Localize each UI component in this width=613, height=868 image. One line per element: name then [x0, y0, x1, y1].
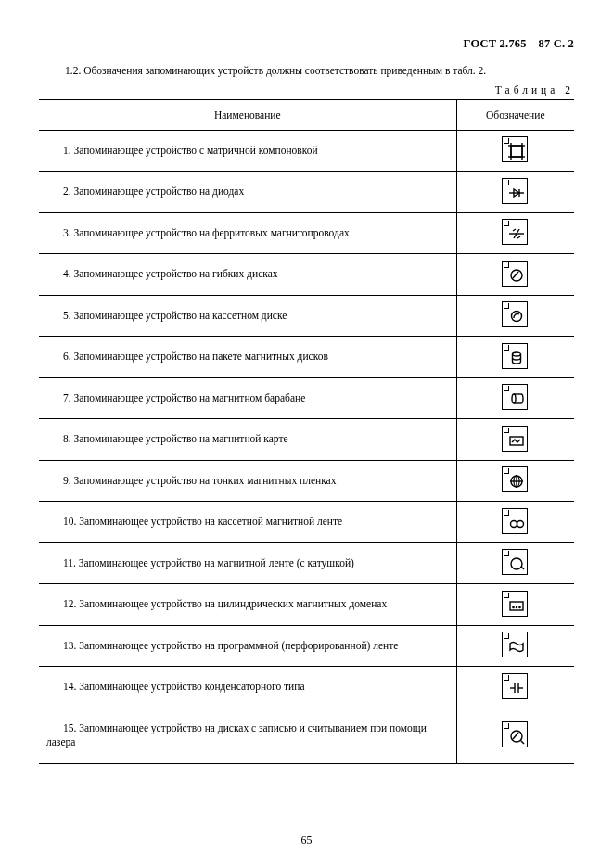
ferrite-icon: [502, 219, 530, 247]
row-name: 2. Запоминающее устройство на диодах: [39, 172, 456, 213]
row-name: 3. Запоминающее устройство на ферритовых…: [39, 212, 456, 254]
capacitor-icon: [502, 673, 530, 701]
row-symbol: [456, 460, 574, 502]
cassette-disk-icon: [502, 301, 530, 329]
laser-disk-icon: [502, 721, 530, 749]
mag-card-icon: [502, 426, 530, 453]
row-name: 12. Запоминающее устройство на цилиндрич…: [39, 584, 456, 626]
row-symbol: [456, 254, 574, 296]
table-row: 2. Запоминающее устройство на диодах: [39, 172, 574, 213]
table-row: 11. Запоминающее устройство на магнитной…: [39, 542, 574, 584]
row-name: 15. Запоминающее устройство на дисках с …: [39, 708, 456, 763]
row-symbol: [456, 419, 574, 461]
diode-icon: [502, 178, 530, 206]
doc-header: ГОСТ 2.765—87 С. 2: [39, 37, 574, 51]
row-symbol: [456, 667, 574, 708]
table-row: 7. Запоминающее устройство на магнитном …: [39, 377, 574, 419]
table-row: 10. Запоминающее устройство на кассетной…: [39, 502, 574, 543]
table-caption: Таблица 2: [39, 84, 574, 96]
row-symbol: [456, 542, 574, 584]
row-symbol: [456, 584, 574, 626]
row-name: 7. Запоминающее устройство на магнитном …: [39, 377, 456, 419]
row-name: 6. Запоминающее устройство на пакете маг…: [39, 337, 456, 378]
section-intro: 1.2. Обозначения запоминающих устройств …: [39, 64, 574, 79]
bubble-icon: [502, 591, 530, 619]
row-name: 10. Запоминающее устройство на кассетной…: [39, 502, 456, 543]
table-row: 12. Запоминающее устройство на цилиндрич…: [39, 584, 574, 626]
table-row: 15. Запоминающее устройство на дисках с …: [39, 708, 574, 763]
row-symbol: [456, 625, 574, 667]
table-row: 14. Запоминающее устройство конденсаторн…: [39, 667, 574, 708]
matrix-icon: [502, 136, 530, 164]
table-row: 9. Запоминающее устройство на тонких маг…: [39, 460, 574, 502]
table-row: 8. Запоминающее устройство на магнитной …: [39, 419, 574, 461]
reel-icon: [502, 549, 530, 577]
disk-pack-icon: [502, 343, 530, 371]
table-row: 1. Запоминающее устройство с матричной к…: [39, 130, 574, 172]
floppy-icon: [502, 261, 530, 288]
row-name: 5. Запоминающее устройство на кассетном …: [39, 295, 456, 337]
table-row: 3. Запоминающее устройство на ферритовых…: [39, 212, 574, 254]
row-symbol: [456, 502, 574, 543]
row-symbol: [456, 337, 574, 378]
row-symbol: [456, 130, 574, 172]
table-row: 5. Запоминающее устройство на кассетном …: [39, 295, 574, 337]
row-name: 9. Запоминающее устройство на тонких маг…: [39, 460, 456, 502]
drum-icon: [502, 384, 530, 412]
row-symbol: [456, 377, 574, 419]
row-symbol: [456, 295, 574, 337]
row-symbol: [456, 708, 574, 763]
col-name: Наименование: [39, 99, 456, 130]
table-row: 6. Запоминающее устройство на пакете маг…: [39, 337, 574, 378]
table-row: 13. Запоминающее устройство на программн…: [39, 625, 574, 667]
thin-film-icon: [502, 466, 530, 494]
page-number: 65: [0, 834, 613, 848]
punched-tape-icon: [502, 632, 530, 659]
table-row: 4. Запоминающее устройство на гибких дис…: [39, 254, 574, 296]
row-symbol: [456, 212, 574, 254]
col-symbol: Обозначение: [456, 99, 574, 130]
row-symbol: [456, 172, 574, 213]
row-name: 4. Запоминающее устройство на гибких дис…: [39, 254, 456, 296]
row-name: 14. Запоминающее устройство конденсаторн…: [39, 667, 456, 708]
row-name: 11. Запоминающее устройство на магнитной…: [39, 542, 456, 584]
row-name: 1. Запоминающее устройство с матричной к…: [39, 130, 456, 172]
storage-table: Наименование Обозначение 1. Запоминающее…: [39, 99, 574, 764]
row-name: 8. Запоминающее устройство на магнитной …: [39, 419, 456, 461]
cassette-tape-icon: [502, 508, 530, 536]
row-name: 13. Запоминающее устройство на программн…: [39, 625, 456, 667]
